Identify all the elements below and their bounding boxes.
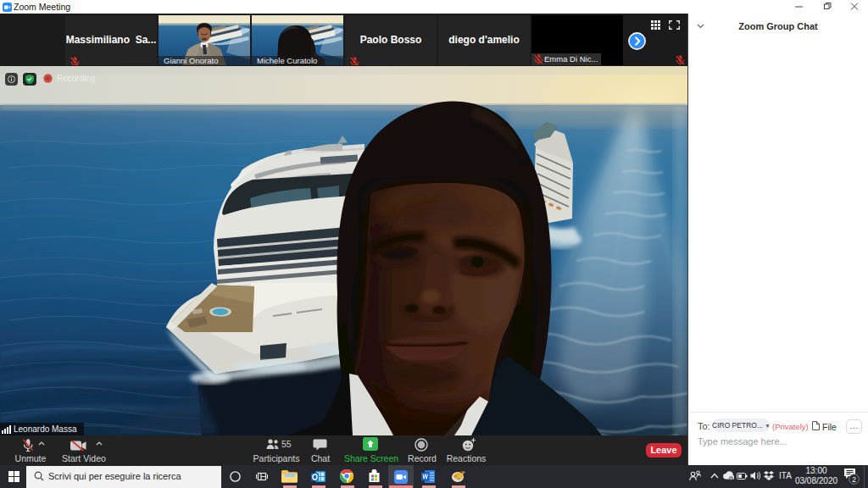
svg-text:Gianni Onorato: Gianni Onorato	[164, 56, 218, 65]
svg-text:Michele Curatolo: Michele Curatolo	[257, 56, 317, 65]
svg-text:2: 2	[852, 475, 856, 484]
